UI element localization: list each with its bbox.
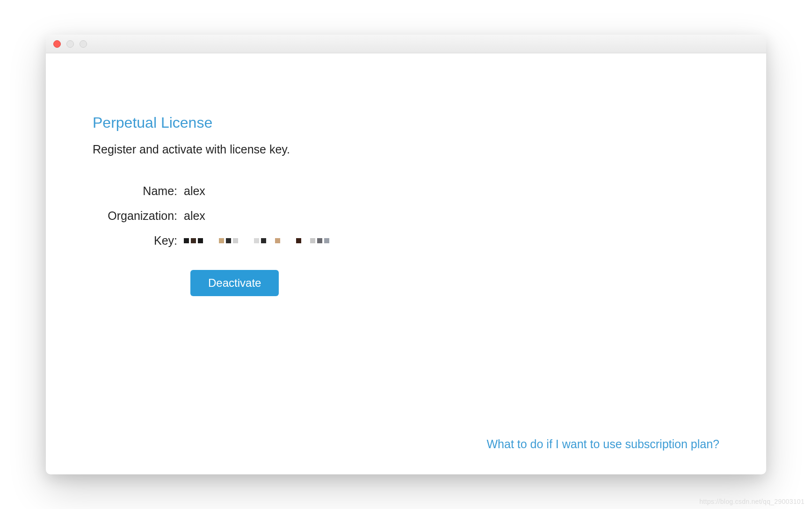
deactivate-button[interactable]: Deactivate: [190, 270, 279, 296]
subscription-plan-link[interactable]: What to do if I want to use subscription…: [487, 437, 720, 451]
organization-row: Organization: alex: [93, 209, 719, 223]
page-subtitle: Register and activate with license key.: [93, 143, 719, 156]
page-title: Perpetual License: [93, 114, 719, 131]
organization-value: alex: [184, 209, 205, 223]
key-label: Key:: [93, 234, 184, 247]
name-value: alex: [184, 184, 205, 198]
organization-label: Organization:: [93, 209, 184, 223]
close-icon[interactable]: [53, 40, 61, 48]
key-row: Key:: [93, 234, 719, 247]
name-row: Name: alex: [93, 184, 719, 198]
key-value-obscured: [184, 238, 329, 243]
license-content: Perpetual License Register and activate …: [46, 53, 766, 474]
button-row: Deactivate: [190, 270, 719, 296]
zoom-icon[interactable]: [80, 40, 87, 48]
license-form: Name: alex Organization: alex Key:: [93, 184, 719, 247]
window-titlebar: [46, 35, 766, 53]
watermark-text: https://blog.csdn.net/qq_29003101: [699, 498, 805, 505]
name-label: Name:: [93, 184, 184, 198]
license-window: Perpetual License Register and activate …: [46, 35, 766, 474]
minimize-icon[interactable]: [66, 40, 74, 48]
